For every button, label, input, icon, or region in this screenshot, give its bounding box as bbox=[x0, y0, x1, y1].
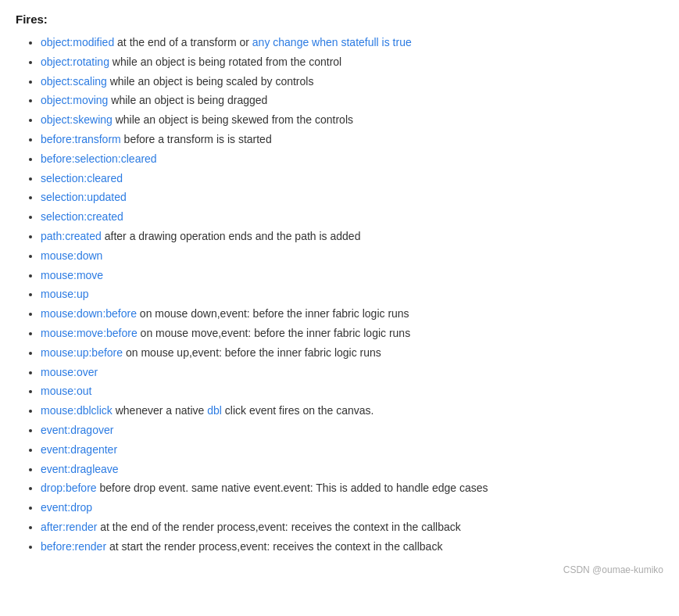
list-item: mouse:down:before on mouse down,event: b… bbox=[41, 305, 663, 324]
event-link[interactable]: event:drop bbox=[41, 501, 92, 514]
event-link[interactable]: path:created bbox=[41, 230, 102, 242]
event-link[interactable]: event:dragenter bbox=[41, 443, 117, 456]
list-item: event:dragenter bbox=[41, 441, 663, 460]
event-description: on mouse move,event: before the inner fa… bbox=[138, 327, 410, 339]
list-item: object:skewing while an object is being … bbox=[41, 111, 663, 130]
event-description: at start the render process,event: recei… bbox=[106, 540, 442, 553]
list-item: mouse:dblclick whenever a native dbl cli… bbox=[41, 402, 663, 421]
list-item: mouse:over bbox=[41, 364, 663, 382]
event-description: after a drawing operation ends and the p… bbox=[102, 230, 361, 242]
event-link[interactable]: object:scaling bbox=[41, 75, 107, 88]
event-link[interactable]: drop:before bbox=[41, 482, 97, 494]
event-link[interactable]: after:render bbox=[41, 521, 97, 533]
event-link[interactable]: object:skewing bbox=[41, 113, 113, 126]
event-description: while an object is being dragged bbox=[108, 94, 267, 106]
event-description: on mouse down,event: before the inner fa… bbox=[137, 307, 409, 320]
list-item: event:drop bbox=[41, 499, 663, 518]
event-link[interactable]: event:dragleave bbox=[41, 463, 119, 475]
fires-heading: Fires: bbox=[16, 13, 663, 26]
event-description: while an object is being scaled by contr… bbox=[107, 75, 314, 88]
event-link[interactable]: selection:cleared bbox=[41, 172, 123, 184]
event-link[interactable]: selection:created bbox=[41, 210, 123, 223]
list-item: event:dragover bbox=[41, 421, 663, 440]
list-item: mouse:up bbox=[41, 285, 663, 304]
list-item: before:render at start the render proces… bbox=[41, 538, 663, 557]
event-link[interactable]: before:selection:cleared bbox=[41, 152, 157, 165]
event-description: while an object is being skewed from the… bbox=[113, 113, 353, 126]
event-description: on mouse up,event: before the inner fabr… bbox=[123, 346, 381, 359]
event-description: while an object is being rotated from th… bbox=[109, 56, 341, 68]
event-link[interactable]: event:dragover bbox=[41, 424, 113, 436]
list-item: event:dragleave bbox=[41, 460, 663, 479]
event-link[interactable]: any change when statefull is true bbox=[252, 36, 412, 48]
fires-list: object:modified at the end of a transfor… bbox=[16, 34, 663, 557]
list-item: mouse:up:before on mouse up,event: befor… bbox=[41, 344, 663, 363]
list-item: after:render at the end of the render pr… bbox=[41, 518, 663, 537]
list-item: selection:cleared bbox=[41, 170, 663, 188]
list-item: selection:created bbox=[41, 208, 663, 227]
list-item: before:transform before a transform is i… bbox=[41, 131, 663, 149]
event-link[interactable]: object:modified bbox=[41, 36, 114, 48]
list-item: object:rotating while an object is being… bbox=[41, 53, 663, 72]
list-item: object:scaling while an object is being … bbox=[41, 73, 663, 91]
event-link[interactable]: mouse:over bbox=[41, 366, 98, 378]
event-link[interactable]: mouse:down bbox=[41, 249, 102, 262]
list-item: drop:before before drop event. same nati… bbox=[41, 479, 663, 498]
event-link[interactable]: object:rotating bbox=[41, 56, 109, 68]
event-link[interactable]: selection:updated bbox=[41, 191, 127, 203]
event-link[interactable]: mouse:dblclick bbox=[41, 404, 113, 417]
watermark: CSDN @oumae-kumiko bbox=[16, 564, 663, 575]
event-description: at the end of a transform or bbox=[114, 36, 252, 48]
event-description: whenever a native bbox=[113, 404, 207, 417]
list-item: mouse:move bbox=[41, 267, 663, 285]
list-item: before:selection:cleared bbox=[41, 150, 663, 169]
event-link[interactable]: mouse:up:before bbox=[41, 346, 123, 359]
event-link[interactable]: mouse:out bbox=[41, 385, 91, 397]
list-item: selection:updated bbox=[41, 188, 663, 207]
fires-section: Fires: object:modified at the end of a t… bbox=[16, 13, 663, 575]
list-item: mouse:down bbox=[41, 247, 663, 266]
event-link[interactable]: dbl bbox=[207, 404, 222, 417]
event-link[interactable]: before:render bbox=[41, 540, 106, 553]
event-description: at the end of the render process,event: … bbox=[97, 521, 460, 533]
list-item: mouse:out bbox=[41, 382, 663, 401]
event-link[interactable]: object:moving bbox=[41, 94, 108, 106]
event-link[interactable]: mouse:move bbox=[41, 269, 103, 281]
list-item: object:modified at the end of a transfor… bbox=[41, 34, 663, 52]
event-description: before drop event. same native event.eve… bbox=[97, 482, 488, 494]
event-link[interactable]: mouse:down:before bbox=[41, 307, 137, 320]
event-link[interactable]: mouse:up bbox=[41, 288, 88, 300]
event-link[interactable]: before:transform bbox=[41, 133, 121, 145]
event-link[interactable]: mouse:move:before bbox=[41, 327, 138, 339]
event-description: click event fires on the canvas. bbox=[222, 404, 374, 417]
list-item: path:created after a drawing operation e… bbox=[41, 227, 663, 246]
list-item: object:moving while an object is being d… bbox=[41, 91, 663, 110]
list-item: mouse:move:before on mouse move,event: b… bbox=[41, 324, 663, 343]
event-description: before a transform is is started bbox=[121, 133, 272, 145]
